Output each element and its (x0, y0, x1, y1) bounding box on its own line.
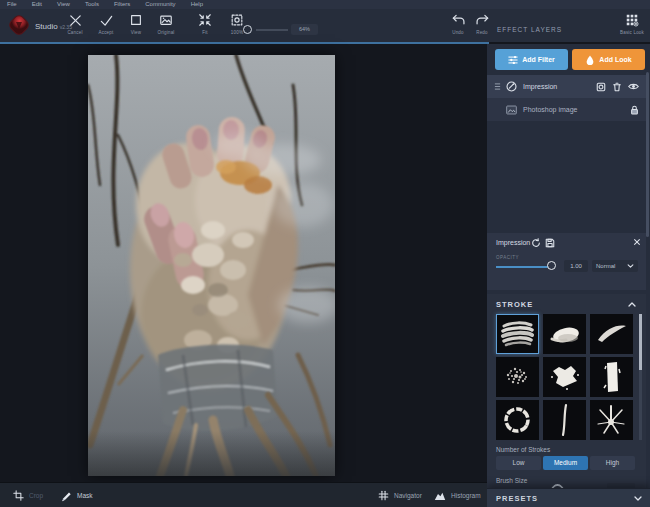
add-look-button[interactable]: Add Look (572, 49, 645, 70)
original-button[interactable]: Original (151, 13, 181, 35)
layer-row-impression[interactable]: Impression (487, 75, 646, 98)
add-filter-button[interactable]: Add Filter (495, 49, 568, 70)
artwork-image (88, 55, 335, 476)
stroke-thumb-7[interactable] (496, 400, 539, 440)
cancel-icon (60, 13, 90, 28)
app-logo-icon (7, 13, 31, 37)
menu-filters[interactable]: Filters (114, 0, 130, 9)
chevron-down-icon (627, 264, 634, 268)
add-filter-sliders-icon (508, 55, 518, 65)
blend-mode-dropdown[interactable]: Normal (592, 260, 638, 272)
redo-button[interactable]: Redo (470, 13, 494, 35)
presets-section-header[interactable]: PRESETS (487, 488, 650, 507)
accept-button[interactable]: Accept (91, 13, 121, 35)
stroke-section-title: STROKE (496, 300, 533, 309)
save-icon[interactable] (545, 238, 555, 248)
redo-icon (470, 13, 494, 28)
menu-file[interactable]: File (7, 0, 17, 9)
layers-list: Impression Photoshop image (487, 75, 646, 121)
fit-arrows-icon (190, 13, 220, 28)
panel-scrollbar[interactable] (646, 72, 649, 237)
bottom-toolbar: Crop Mask Navigator Histogram (0, 482, 487, 507)
stroke-thumb-8[interactable] (543, 400, 586, 440)
fit-button[interactable]: Fit (190, 13, 220, 35)
opacity-slider-track[interactable] (496, 266, 552, 268)
number-of-strokes-label: Number of Strokes (496, 446, 550, 453)
brush-icon (60, 490, 72, 502)
impression-filter-icon (506, 81, 517, 92)
zoom-slider-handle[interactable] (243, 25, 252, 34)
stroke-thumb-6[interactable] (590, 357, 633, 397)
crop-tool-button[interactable]: Crop (13, 483, 43, 507)
presets-title: PRESETS (496, 494, 538, 503)
navigator-button[interactable]: Navigator (378, 483, 422, 507)
stroke-thumb-3[interactable] (590, 314, 633, 354)
drag-handle-icon[interactable] (494, 82, 501, 91)
navigator-grid-icon (378, 490, 389, 501)
menu-bar: File Edit View Tools Filters Community H… (0, 0, 650, 9)
layer-lock-icon[interactable] (630, 105, 639, 115)
layer-delete-icon[interactable] (612, 82, 622, 92)
layer-visibility-icon[interactable] (628, 82, 639, 91)
basic-look-button[interactable]: Basic Look (616, 13, 648, 35)
stroke-thumb-4[interactable] (496, 357, 539, 397)
stroke-thumb-2[interactable] (543, 314, 586, 354)
stroke-section: STROKE (487, 294, 646, 488)
mask-tool-button[interactable]: Mask (60, 483, 93, 507)
undo-icon (446, 13, 470, 28)
layer-row-photoshop-image[interactable]: Photoshop image (487, 98, 646, 121)
canvas[interactable] (0, 44, 487, 482)
close-filter-icon[interactable] (633, 238, 641, 246)
topaz-studio-app: File Edit View Tools Filters Community H… (0, 0, 650, 507)
accept-check-icon (91, 13, 121, 28)
opacity-value: 1.00 (564, 260, 588, 272)
histogram-icon (434, 490, 446, 501)
view-square-icon (121, 13, 151, 28)
blend-mode-value: Normal (596, 263, 615, 269)
brush-size-label: Brush Size (496, 477, 527, 484)
menu-community[interactable]: Community (145, 0, 175, 9)
chevron-up-icon[interactable] (628, 302, 636, 307)
zoom-value: 64% (291, 24, 318, 35)
main-toolbar: Studiov2.35 Cancel Accept View Original (0, 9, 650, 42)
reset-icon[interactable] (531, 238, 541, 248)
add-look-droplet-icon (585, 55, 595, 65)
crop-icon (13, 490, 24, 501)
image-layer-thumb-icon (506, 105, 517, 115)
chevron-down-icon[interactable] (634, 496, 642, 501)
stroke-thumb-5[interactable] (543, 357, 586, 397)
strokes-low-button[interactable]: Low (496, 456, 541, 470)
filter-panel-title: Impression (496, 239, 530, 246)
original-image-icon (151, 13, 181, 28)
opacity-slider-handle[interactable] (547, 261, 556, 270)
view-button[interactable]: View (121, 13, 151, 35)
impression-settings-panel: Impression OPACITY 1.00 Normal (487, 233, 646, 290)
basic-look-grid-icon (616, 13, 648, 28)
brush-size-dial[interactable] (548, 481, 566, 488)
stroke-thumb-9[interactable] (590, 400, 633, 440)
effects-panel: Add Filter Add Look Impression (487, 44, 650, 507)
menu-tools[interactable]: Tools (85, 0, 99, 9)
stroke-grid-scrollbar[interactable] (639, 314, 642, 440)
stroke-thumb-1[interactable] (496, 314, 539, 354)
menu-help[interactable]: Help (191, 0, 203, 9)
strokes-high-button[interactable]: High (590, 456, 635, 470)
opacity-label: OPACITY (496, 255, 519, 260)
menu-edit[interactable]: Edit (32, 0, 42, 9)
histogram-button[interactable]: Histogram (434, 483, 481, 507)
effect-layers-header: EFFECT LAYERS (497, 26, 562, 33)
brand-name: Studio (35, 22, 58, 31)
menu-view[interactable]: View (57, 0, 70, 9)
undo-button[interactable]: Undo (446, 13, 470, 35)
layer-mask-icon[interactable] (596, 82, 606, 92)
strokes-medium-button[interactable]: Medium (543, 456, 588, 470)
zoom-slider-track[interactable] (256, 29, 288, 31)
cancel-button[interactable]: Cancel (60, 13, 90, 35)
